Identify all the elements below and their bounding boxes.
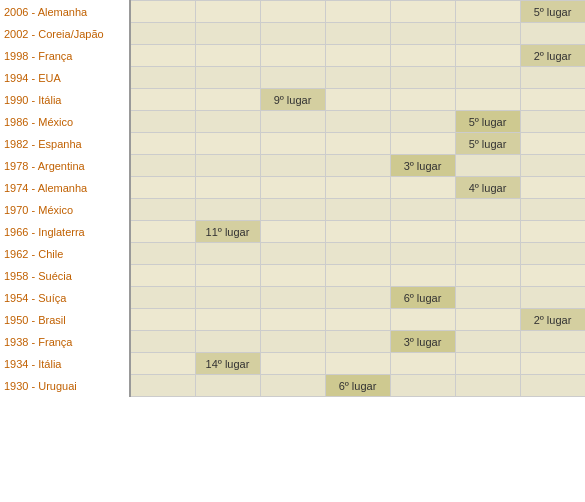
- data-cell: [455, 309, 520, 331]
- data-cell: [520, 111, 585, 133]
- data-cell: [195, 199, 260, 221]
- data-cell: [260, 177, 325, 199]
- year-cell: 1962 - Chile: [0, 243, 130, 265]
- data-cell: [390, 23, 455, 45]
- table-row: 1958 - SuéciaCampeão: [0, 265, 585, 287]
- data-cell: [520, 133, 585, 155]
- data-cell: [260, 331, 325, 353]
- data-cell: [130, 23, 195, 45]
- data-cell: [260, 265, 325, 287]
- data-cell: [390, 45, 455, 67]
- data-cell: [130, 221, 195, 243]
- data-cell: 3º lugar: [390, 155, 455, 177]
- data-cell: [325, 67, 390, 89]
- data-cell: [195, 111, 260, 133]
- data-cell: [390, 309, 455, 331]
- year-cell: 1986 - México: [0, 111, 130, 133]
- data-cell: [195, 1, 260, 23]
- data-cell: [325, 111, 390, 133]
- year-cell: 1934 - Itália: [0, 353, 130, 375]
- table-row: 1978 - Argentina3º lugar: [0, 155, 585, 177]
- data-cell: [195, 375, 260, 397]
- year-cell: 1970 - México: [0, 199, 130, 221]
- table-row: 1974 - Alemanha4º lugar: [0, 177, 585, 199]
- data-cell: [520, 199, 585, 221]
- data-cell: [260, 45, 325, 67]
- data-cell: 5º lugar: [455, 133, 520, 155]
- data-cell: [325, 23, 390, 45]
- data-cell: [390, 89, 455, 111]
- year-cell: 1950 - Brasil: [0, 309, 130, 331]
- data-cell: [195, 133, 260, 155]
- year-cell: 1930 - Uruguai: [0, 375, 130, 397]
- data-cell: [325, 265, 390, 287]
- data-cell: [130, 45, 195, 67]
- data-cell: [520, 67, 585, 89]
- data-cell: [195, 155, 260, 177]
- table-row: 1930 - Uruguai6º lugar: [0, 375, 585, 397]
- results-table: 2006 - Alemanha5º lugar2002 - Coreia/Jap…: [0, 0, 585, 397]
- data-cell: [195, 331, 260, 353]
- data-cell: [455, 23, 520, 45]
- year-cell: 1954 - Suíça: [0, 287, 130, 309]
- year-cell: 1998 - França: [0, 45, 130, 67]
- data-cell: [260, 155, 325, 177]
- data-cell: 5º lugar: [520, 1, 585, 23]
- table-row: 1990 - Itália9º lugar: [0, 89, 585, 111]
- table-row: 1970 - MéxicoCampeão: [0, 199, 585, 221]
- data-cell: [325, 133, 390, 155]
- data-cell: [520, 375, 585, 397]
- data-cell: [325, 243, 390, 265]
- data-cell: 2º lugar: [520, 309, 585, 331]
- year-cell: 1994 - EUA: [0, 67, 130, 89]
- data-cell: [260, 353, 325, 375]
- year-cell: 1990 - Itália: [0, 89, 130, 111]
- data-cell: [390, 1, 455, 23]
- data-cell: [195, 67, 260, 89]
- data-cell: [455, 243, 520, 265]
- data-cell: [390, 199, 455, 221]
- data-cell: [130, 133, 195, 155]
- data-cell: [260, 23, 325, 45]
- data-cell: [390, 177, 455, 199]
- data-cell: [520, 155, 585, 177]
- data-cell: [390, 353, 455, 375]
- data-cell: [520, 177, 585, 199]
- table-row: 1950 - Brasil2º lugar: [0, 309, 585, 331]
- data-cell: [455, 331, 520, 353]
- year-cell: 1978 - Argentina: [0, 155, 130, 177]
- data-cell: [520, 89, 585, 111]
- year-cell: 1938 - França: [0, 331, 130, 353]
- data-cell: [260, 133, 325, 155]
- data-cell: [455, 287, 520, 309]
- data-cell: [195, 265, 260, 287]
- data-cell: [325, 177, 390, 199]
- data-cell: [130, 243, 195, 265]
- data-cell: 2º lugar: [520, 45, 585, 67]
- data-cell: [260, 221, 325, 243]
- table-row: 1966 - Inglaterra11º lugar: [0, 221, 585, 243]
- data-cell: 9º lugar: [260, 89, 325, 111]
- data-cell: 6º lugar: [390, 287, 455, 309]
- data-cell: 3º lugar: [390, 331, 455, 353]
- data-cell: [130, 287, 195, 309]
- data-cell: [260, 287, 325, 309]
- data-cell: [520, 353, 585, 375]
- data-cell: 11º lugar: [195, 221, 260, 243]
- data-cell: [390, 67, 455, 89]
- data-cell: [455, 221, 520, 243]
- data-cell: [325, 221, 390, 243]
- data-cell: [195, 309, 260, 331]
- data-cell: [325, 1, 390, 23]
- data-cell: [260, 243, 325, 265]
- data-cell: [130, 375, 195, 397]
- year-cell: 2006 - Alemanha: [0, 1, 130, 23]
- table-row: 1962 - ChileCampeão: [0, 243, 585, 265]
- data-cell: [195, 89, 260, 111]
- data-cell: [455, 353, 520, 375]
- data-cell: [325, 309, 390, 331]
- table-row: 1954 - Suíça6º lugar: [0, 287, 585, 309]
- data-cell: [520, 23, 585, 45]
- data-cell: [130, 1, 195, 23]
- data-cell: [455, 1, 520, 23]
